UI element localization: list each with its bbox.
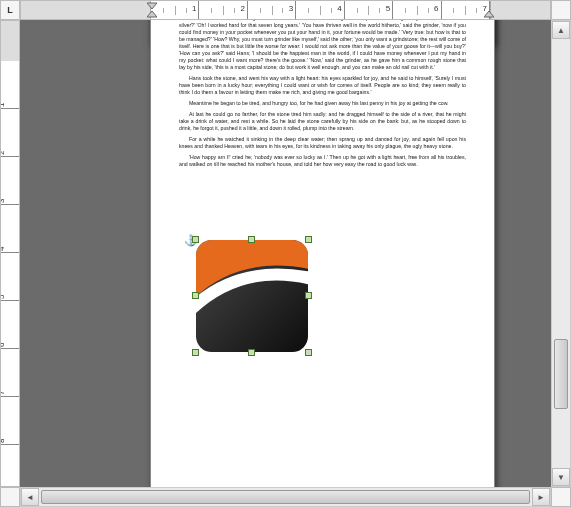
body-text[interactable]: cow for it.' 'And the cow?' 'I gave a ho… xyxy=(179,20,466,168)
vruler-top-margin xyxy=(1,21,19,61)
resize-handle-tl[interactable] xyxy=(192,236,199,243)
scroll-left-button[interactable]: ◄ xyxy=(21,488,39,506)
first-line-indent-marker[interactable] xyxy=(147,1,157,19)
scroll-up-button[interactable]: ▲ xyxy=(552,21,570,39)
resize-handle-bm[interactable] xyxy=(248,349,255,356)
horizontal-ruler[interactable] xyxy=(20,0,551,20)
hruler-left-margin xyxy=(21,1,151,19)
hscroll-thumb[interactable] xyxy=(41,490,530,504)
resize-handle-br[interactable] xyxy=(305,349,312,356)
resize-handle-tm[interactable] xyxy=(248,236,255,243)
hruler-ticks xyxy=(151,1,490,19)
document-editor: L xyxy=(0,0,571,507)
resize-handle-mr[interactable] xyxy=(305,292,312,299)
vscroll-track[interactable] xyxy=(552,39,570,468)
ruler-corner-tr xyxy=(551,0,571,20)
ruler-corner-origin[interactable]: L xyxy=(0,0,20,20)
svg-marker-2 xyxy=(484,11,494,17)
scroll-right-button[interactable]: ► xyxy=(532,488,550,506)
scroll-corner xyxy=(551,487,571,507)
hscroll-track[interactable] xyxy=(39,488,532,506)
right-indent-marker[interactable] xyxy=(484,1,494,19)
ruler-corner-bl xyxy=(0,487,20,507)
horizontal-scrollbar[interactable]: ◄ ► xyxy=(20,487,551,507)
paragraph[interactable]: At last he could go no farther, for the … xyxy=(179,111,466,132)
paragraph[interactable]: For a while he watched it sinking in the… xyxy=(179,136,466,150)
resize-handle-tr[interactable] xyxy=(305,236,312,243)
hruler-right-margin xyxy=(490,1,550,19)
svg-marker-0 xyxy=(147,3,157,9)
paragraph[interactable]: 'How happy am I!' cried he; 'nobody was … xyxy=(179,154,466,168)
vscroll-thumb[interactable] xyxy=(554,339,568,409)
paragraph[interactable]: Hans took the stone, and went his way wi… xyxy=(179,75,466,96)
vertical-scrollbar[interactable]: ▲ ▼ xyxy=(551,20,571,487)
svg-marker-1 xyxy=(147,11,157,17)
paragraph[interactable]: cow for it.' 'And the cow?' 'I gave a ho… xyxy=(179,20,466,71)
selected-image-frame[interactable]: ⚓ xyxy=(196,240,308,352)
inserted-image[interactable] xyxy=(196,240,308,352)
document-canvas[interactable]: cow for it.' 'And the cow?' 'I gave a ho… xyxy=(20,20,551,487)
vruler-ticks xyxy=(1,61,19,446)
resize-handle-ml[interactable] xyxy=(192,292,199,299)
paragraph[interactable]: Meantime he began to be tired, and hungr… xyxy=(179,100,466,107)
vertical-ruler[interactable] xyxy=(0,20,20,487)
scroll-down-button[interactable]: ▼ xyxy=(552,468,570,486)
resize-handle-bl[interactable] xyxy=(192,349,199,356)
